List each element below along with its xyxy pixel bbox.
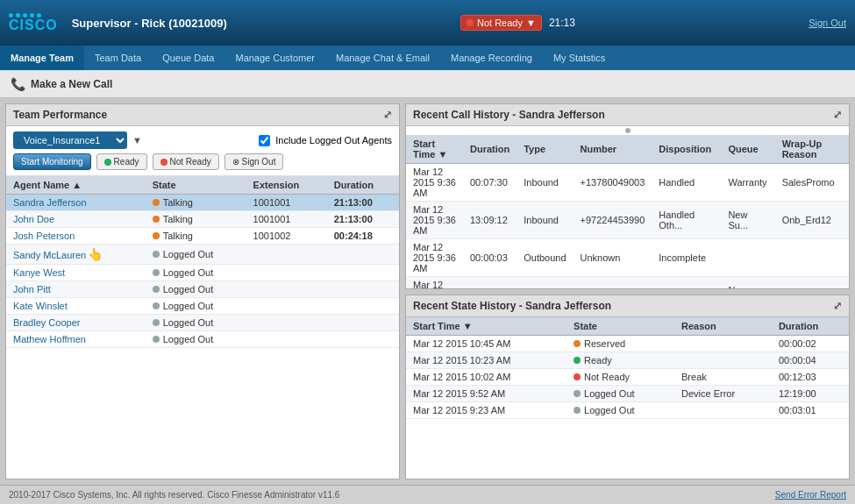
status-dropdown[interactable]: Not Ready ▼ <box>460 15 542 31</box>
nav-manage-customer[interactable]: Manage Customer <box>224 46 325 70</box>
include-logged-checkbox[interactable] <box>259 135 270 146</box>
agent-name-cell[interactable]: Sandy McLauren👆 <box>6 245 146 265</box>
table-row: Mar 12 2015 10:02 AM Not Ready Break 00:… <box>406 368 849 385</box>
table-row: Mar 12 2015 9:36 AM 00:07:30 Inbound +13… <box>406 164 849 202</box>
call-history-table: Start Time ▼ Duration Type Number Dispos… <box>406 135 849 288</box>
state-dot <box>574 340 581 347</box>
ch-start-cell: Mar 12 2015 9:36 AM <box>406 239 463 277</box>
agent-duration-cell: 00:24:18 <box>327 228 399 245</box>
state-history-panel: Recent State History - Sandra Jefferson … <box>405 295 850 480</box>
agent-name-cell[interactable]: Mathew Hoffmen <box>6 331 146 348</box>
team-performance-panel: Team Performance ⤢ Voice_Insurance1 ▼ In… <box>5 103 400 479</box>
sh-reason-cell: Break <box>674 368 772 385</box>
sh-reason-cell <box>674 351 772 368</box>
ch-sort-icon[interactable]: ▼ <box>438 149 448 160</box>
table-row[interactable]: Kanye West Logged Out <box>6 265 399 281</box>
call-history-table-body: Mar 12 2015 9:36 AM 00:07:30 Inbound +13… <box>406 164 849 288</box>
sh-duration-cell: 00:00:04 <box>772 351 849 368</box>
agent-duration-cell <box>327 315 399 331</box>
nav-queue-data[interactable]: Queue Data <box>152 46 224 70</box>
send-error-report[interactable]: Send Error Report <box>775 490 846 500</box>
col-agent-name: Agent Name ▲ <box>6 176 146 195</box>
col-duration: Duration <box>327 176 399 195</box>
table-row: Mar 12 2015 9:52 AM Logged Out Device Er… <box>406 385 849 401</box>
action-buttons-row: Start Monitoring Ready Not Ready ⊗ Sign … <box>13 153 392 170</box>
ready-status-dot <box>104 159 111 166</box>
sh-state-cell: Reserved <box>566 335 674 351</box>
include-logged-row: Include Logged Out Agents <box>259 135 392 146</box>
agent-state-cell: Talking <box>146 228 246 245</box>
agent-name-cell[interactable]: Josh Peterson <box>6 228 146 245</box>
right-panel: Recent Call History - Sandra Jefferson ⤢… <box>405 103 850 479</box>
sh-start-cell: Mar 12 2015 10:02 AM <box>406 368 566 385</box>
team-performance-title: Team Performance <box>13 109 107 121</box>
ch-disposition-cell: Incomplete <box>652 239 721 277</box>
agent-duration-cell <box>327 298 399 315</box>
nav-manage-chat[interactable]: Manage Chat & Email <box>325 46 440 70</box>
agent-state-cell: Logged Out <box>146 315 246 331</box>
col-state: State <box>146 176 246 195</box>
agent-name-cell[interactable]: John Doe <box>6 211 146 228</box>
call-history-header: Recent Call History - Sandra Jefferson ⤢ <box>406 104 849 126</box>
table-row: Mar 12 2015 9:23 AM Logged Out 00:03:01 <box>406 401 849 418</box>
state-dot <box>153 336 160 343</box>
ch-wrapup-cell <box>775 239 849 277</box>
sh-col-state: State <box>566 317 674 336</box>
nav-team-data[interactable]: Team Data <box>84 46 152 70</box>
agent-name-cell[interactable]: Kanye West <box>6 265 146 281</box>
sh-start-cell: Mar 12 2015 9:23 AM <box>406 401 566 418</box>
agent-name-cell[interactable]: Bradley Cooper <box>6 315 146 331</box>
signout-icon: ⊗ <box>232 157 239 167</box>
agent-extension-cell: 1001001 <box>246 211 327 228</box>
state-history-table-body: Mar 12 2015 10:45 AM Reserved 00:00:02 M… <box>406 335 849 418</box>
not-ready-button[interactable]: Not Ready <box>153 153 219 170</box>
table-row[interactable]: Sandra Jefferson Talking 1001001 21:13:0… <box>6 195 399 211</box>
agent-name-cell[interactable]: Kate Winslet <box>6 298 146 315</box>
sh-col-duration: Duration <box>772 317 849 336</box>
table-row[interactable]: Mathew Hoffmen Logged Out <box>6 331 399 348</box>
not-ready-label: Not Ready <box>170 157 211 167</box>
table-row[interactable]: John Doe Talking 1001001 21:13:00 <box>6 211 399 228</box>
ch-type-cell: Inbound <box>517 164 573 202</box>
nav-manage-recording[interactable]: Manage Recording <box>440 46 543 70</box>
table-row[interactable]: Josh Peterson Talking 1001002 00:24:18 <box>6 228 399 245</box>
nav-my-statistics[interactable]: My Statstics <box>543 46 616 70</box>
table-row[interactable]: Sandy McLauren👆 Logged Out <box>6 245 399 265</box>
agent-extension-cell: 1001002 <box>246 228 327 245</box>
table-row[interactable]: John Pitt Logged Out <box>6 281 399 298</box>
expand-icon[interactable]: ⤢ <box>383 109 392 121</box>
agent-state-cell: Talking <box>146 195 246 211</box>
ch-queue-cell: Warranty <box>721 164 774 202</box>
sort-icon[interactable]: ▲ <box>72 180 82 190</box>
sh-duration-cell: 00:03:01 <box>772 401 849 418</box>
agent-name-cell[interactable]: Sandra Jefferson <box>6 195 146 211</box>
sign-out-button[interactable]: Sign Out <box>809 18 846 28</box>
sign-out-agent-button[interactable]: ⊗ Sign Out <box>224 153 284 170</box>
agent-state-cell: Logged Out <box>146 245 246 265</box>
call-bar: 📞 Make a New Call <box>0 70 855 98</box>
ch-col-wrapup: Wrap-Up Reason <box>775 135 849 164</box>
table-row[interactable]: Bradley Cooper Logged Out <box>6 315 399 331</box>
ch-col-duration: Duration <box>463 135 517 164</box>
agent-name-cell[interactable]: John Pitt <box>6 281 146 298</box>
sh-duration-cell: 00:00:02 <box>772 335 849 351</box>
call-history-expand-icon[interactable]: ⤢ <box>833 109 842 121</box>
agent-extension-cell <box>246 298 327 315</box>
voice-queue-select[interactable]: Voice_Insurance1 <box>13 131 127 149</box>
header: CISCO Supervisor - Rick (10021009) Not R… <box>0 0 855 46</box>
agent-extension-cell <box>246 315 327 331</box>
ch-queue-cell: New Su... <box>721 277 774 288</box>
dropdown-arrow-icon: ▼ <box>526 18 536 28</box>
agent-duration-cell: 21:13:00 <box>327 195 399 211</box>
state-dot <box>153 232 160 239</box>
state-history-title: Recent State History - Sandra Jefferson <box>413 300 611 312</box>
agent-extension-cell <box>246 331 327 348</box>
ready-label: Ready <box>114 157 139 167</box>
state-history-expand-icon[interactable]: ⤢ <box>833 300 842 312</box>
ready-button[interactable]: Ready <box>96 153 147 170</box>
start-monitoring-button[interactable]: Start Monitoring <box>13 153 91 170</box>
table-row[interactable]: Kate Winslet Logged Out <box>6 298 399 315</box>
sh-start-cell: Mar 12 2015 10:45 AM <box>406 335 566 351</box>
nav-manage-team[interactable]: Manage Team <box>0 46 84 70</box>
sh-sort-icon[interactable]: ▼ <box>463 321 473 331</box>
